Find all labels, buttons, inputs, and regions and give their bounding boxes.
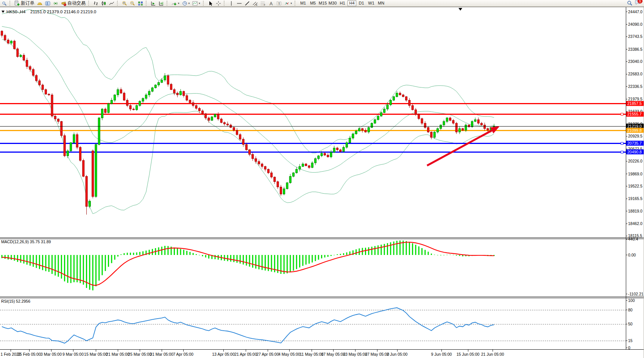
candlestick-chart-button[interactable] (100, 0, 108, 6)
zoom-in-button[interactable] (121, 0, 128, 6)
line-chart-button[interactable] (108, 0, 115, 6)
arrows-icon (284, 1, 290, 6)
svg-text:3 Mar 05:00: 3 Mar 05:00 (41, 352, 62, 356)
auto-trading-label: 自动交易 (67, 0, 86, 6)
svg-text:17 May 05:00: 17 May 05:00 (321, 352, 345, 356)
svg-text:19522.5: 19522.5 (628, 184, 642, 188)
svg-text:15: 15 (628, 338, 633, 343)
svg-text:21 Apr 05:00: 21 Apr 05:00 (234, 352, 257, 356)
svg-text:15 Jun 05:00: 15 Jun 05:00 (457, 352, 480, 356)
svg-text:7 Apr 05:00: 7 Apr 05:00 (173, 352, 193, 356)
bar-chart-button[interactable] (92, 0, 100, 6)
svg-text:9 Jun 05:00: 9 Jun 05:00 (431, 352, 452, 356)
macd-label: MACD(12,26,9) 35.75 31.89 (1, 239, 51, 244)
chart-ohlc: 21151.0 21379.0 21146.0 21219.0 (30, 9, 96, 14)
text-label-icon: T (276, 1, 282, 6)
zoom-out-button[interactable] (129, 0, 136, 6)
svg-text:21555.7: 21555.7 (627, 112, 642, 116)
chart-canvas[interactable]: 24447.024090.023743.523386.523040.022683… (0, 0, 644, 358)
timeframe-m15[interactable]: M15 (318, 0, 327, 6)
chart-shift-icon (159, 1, 164, 6)
line-chart-icon (109, 1, 114, 6)
svg-text:-1102.21: -1102.21 (628, 292, 644, 296)
templates-button[interactable]: ▾ (191, 0, 201, 6)
tile-windows-button[interactable] (137, 0, 144, 6)
fibonacci-button[interactable]: F (259, 0, 267, 6)
crosshair-button[interactable] (215, 0, 222, 6)
timeframe-mn[interactable]: MN (376, 0, 386, 6)
svg-text:23 May 05:00: 23 May 05:00 (343, 352, 367, 356)
svg-text:24447.0: 24447.0 (628, 9, 642, 14)
horizontal-line-button[interactable] (235, 0, 243, 6)
timeframe-h1[interactable]: H1 (338, 0, 347, 6)
svg-text:20735.7: 20735.7 (627, 141, 642, 145)
chart-shift-button[interactable] (157, 0, 165, 6)
timeframe-w1[interactable]: W1 (366, 0, 376, 6)
chat-button[interactable]: 1 (635, 0, 641, 7)
svg-text:A: A (270, 1, 273, 6)
auto-trading-button[interactable]: 自动交易 (60, 0, 87, 6)
tile-windows-icon (138, 1, 143, 6)
search-icon[interactable] (627, 0, 633, 6)
dropdown-caret-icon: ▾ (178, 2, 179, 5)
svg-text:F: F (264, 4, 265, 6)
market-watch-button[interactable] (1, 0, 8, 6)
auto-scroll-button[interactable] (150, 0, 157, 6)
svg-text:0.00: 0.00 (628, 253, 636, 257)
auto-scroll-icon (151, 1, 156, 6)
toolbar-gripper (224, 1, 226, 6)
zoom-in-icon (122, 1, 127, 6)
equidistant-channel-button[interactable]: E (251, 0, 259, 6)
indicators-button[interactable]: ▾ (170, 0, 181, 6)
timeframe-m30[interactable]: M30 (328, 0, 337, 6)
price-badge-21857.5: 21857.5 (626, 101, 644, 106)
svg-text:80: 80 (628, 308, 633, 312)
svg-text:21857.5: 21857.5 (627, 101, 642, 106)
toolbar-gripper (9, 1, 12, 6)
sound-icon (53, 1, 58, 6)
svg-text:9 Mar 05:00: 9 Mar 05:00 (62, 352, 84, 356)
svg-text:25 Feb 05:00: 25 Feb 05:00 (17, 352, 41, 356)
toolbar-gripper (203, 1, 205, 6)
svg-text:4 May 05:00: 4 May 05:00 (278, 352, 300, 356)
svg-text:23743.5: 23743.5 (628, 34, 642, 39)
svg-text:13 Apr 05:00: 13 Apr 05:00 (212, 352, 235, 356)
text-button[interactable]: A (267, 0, 275, 6)
svg-text:31 Mar 05:00: 31 Mar 05:00 (150, 352, 173, 356)
periods-button[interactable]: ▾ (181, 0, 191, 6)
svg-text:21979.5: 21979.5 (628, 97, 642, 101)
price-badge-20490.8: 20490.8 (626, 149, 644, 154)
sound-button[interactable] (52, 0, 59, 6)
toolbar-gripper (146, 1, 148, 6)
rsi-label: RSI(15) 52.2956 (1, 299, 30, 303)
svg-text:27 Apr 05:00: 27 Apr 05:00 (256, 352, 279, 356)
svg-text:23386.5: 23386.5 (628, 47, 642, 52)
svg-text:21099.8: 21099.8 (627, 128, 642, 133)
new-order-icon (14, 1, 20, 6)
vertical-line-button[interactable] (228, 0, 235, 6)
svg-text:22683.0: 22683.0 (628, 72, 642, 76)
cursor-icon (208, 1, 213, 6)
timeframe-m1[interactable]: M1 (298, 0, 308, 6)
fibonacci-icon: F (260, 1, 266, 6)
gold-icon (37, 1, 42, 6)
trendline-button[interactable] (243, 0, 251, 6)
timeframe-m5[interactable]: M5 (308, 0, 318, 6)
svg-text:21 Jun 05:00: 21 Jun 05:00 (481, 352, 504, 356)
svg-text:25 Mar 05:00: 25 Mar 05:00 (128, 352, 151, 356)
gold-button[interactable] (36, 0, 44, 6)
svg-text:50: 50 (628, 322, 633, 326)
arrows-button[interactable]: ▾ (283, 0, 293, 6)
horizontal-line-icon (237, 1, 242, 6)
accounts-button[interactable] (44, 0, 51, 6)
text-label-button[interactable]: T (275, 0, 283, 6)
dropdown-caret-icon: ▾ (189, 2, 190, 5)
timeframe-d1[interactable]: D1 (357, 0, 366, 6)
market-watch-icon (2, 1, 7, 6)
vertical-line-icon (229, 1, 234, 6)
svg-text:2 Jun 05:00: 2 Jun 05:00 (387, 352, 408, 356)
cursor-button[interactable] (207, 0, 214, 6)
new-order-button[interactable]: 新订单 (13, 0, 36, 6)
svg-text:22336.5: 22336.5 (628, 84, 642, 89)
timeframe-h4[interactable]: H4 (348, 0, 356, 6)
